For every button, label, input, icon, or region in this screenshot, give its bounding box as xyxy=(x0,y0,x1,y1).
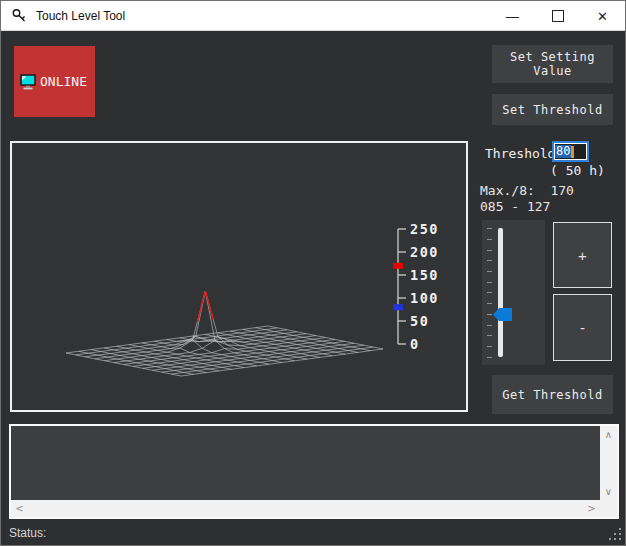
decrease-button[interactable]: - xyxy=(553,294,612,361)
resize-grip[interactable] xyxy=(608,528,621,541)
vertical-scrollbar[interactable]: ∧ ∨ xyxy=(600,426,617,500)
max-level-text: Max./8: 170 xyxy=(480,183,574,198)
set-threshold-button[interactable]: Set Threshold xyxy=(492,94,613,125)
threshold-label: Threshold xyxy=(485,146,555,161)
scrollbar-corner xyxy=(600,500,617,517)
slider-track[interactable] xyxy=(498,228,503,357)
app-window: Touch Level Tool — ✕ ONLINE Set Setting … xyxy=(0,0,626,546)
close-button[interactable]: ✕ xyxy=(580,1,625,31)
scroll-right-button[interactable]: > xyxy=(583,500,600,517)
monitor-icon xyxy=(20,74,37,90)
scroll-up-button[interactable]: ∧ xyxy=(600,426,617,443)
svg-text:100: 100 xyxy=(410,290,439,306)
key-icon xyxy=(11,7,28,24)
svg-text:50: 50 xyxy=(410,313,429,329)
increase-button[interactable]: + xyxy=(553,222,612,288)
svg-text:250: 250 xyxy=(410,221,439,237)
svg-text:150: 150 xyxy=(410,267,439,283)
log-textarea[interactable]: ∧ ∨ < > xyxy=(9,424,619,519)
online-label: ONLINE xyxy=(40,74,87,89)
svg-text:200: 200 xyxy=(410,244,439,260)
scroll-down-button[interactable]: ∨ xyxy=(600,483,617,500)
maximize-icon xyxy=(552,10,564,22)
svg-text:0: 0 xyxy=(410,336,420,352)
surface-plot-panel: 050100150200250 xyxy=(10,141,468,412)
slider-ticks xyxy=(487,228,492,358)
threshold-hex-hint: ( 50 h) xyxy=(550,163,605,178)
online-badge: ONLINE xyxy=(14,46,95,117)
set-setting-value-button[interactable]: Set Setting Value xyxy=(492,45,613,83)
level-slider-panel[interactable] xyxy=(482,220,545,365)
window-title: Touch Level Tool xyxy=(36,9,125,23)
threshold-input[interactable]: 80 xyxy=(552,141,589,162)
text-caret xyxy=(571,146,574,158)
slider-thumb[interactable] xyxy=(493,308,512,321)
range-text: 085 - 127 xyxy=(480,199,550,214)
get-threshold-button[interactable]: Get Threshold xyxy=(492,375,613,414)
surface-plot: 050100150200250 xyxy=(12,143,466,410)
minimize-button[interactable]: — xyxy=(490,1,535,31)
maximize-button[interactable] xyxy=(535,1,580,31)
horizontal-scrollbar[interactable]: < > xyxy=(11,500,600,517)
scroll-left-button[interactable]: < xyxy=(11,500,28,517)
window-titlebar[interactable]: Touch Level Tool — ✕ xyxy=(1,1,625,31)
threshold-selected-text: 80 xyxy=(555,145,571,158)
status-label: Status: xyxy=(9,526,46,540)
